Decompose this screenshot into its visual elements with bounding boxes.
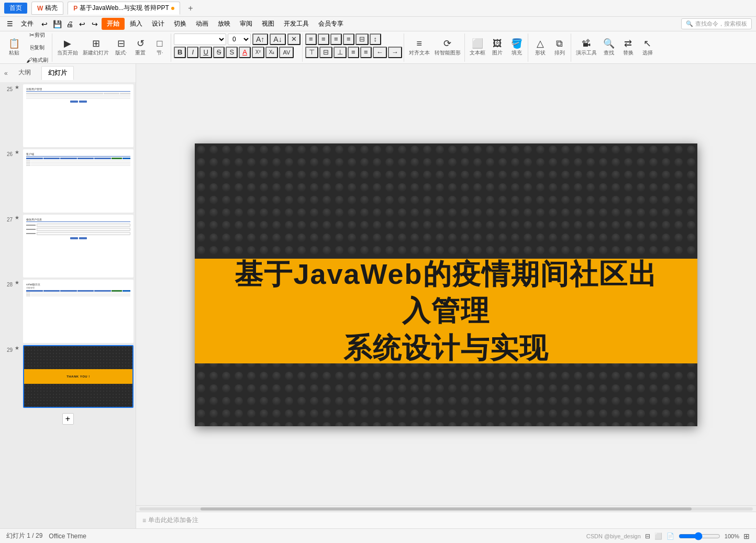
undo2-icon[interactable]: ↩ (77, 19, 87, 29)
print-icon[interactable]: 🖨 (65, 19, 74, 29)
slide-thumb-29[interactable]: THANK YOU ! (23, 345, 134, 408)
slide-canvas[interactable]: 基于JavaWeb的疫情期间社区出入管理系统设计与实现 (136, 64, 756, 505)
slide-item-25[interactable]: 25 ★ 访客用户管理 (2, 84, 134, 147)
layout-button[interactable]: ⊟ 版式· (112, 35, 130, 61)
zoom-slider[interactable] (679, 533, 720, 540)
outdent-button[interactable]: ← (373, 47, 387, 58)
arrange-button[interactable]: ⧉ 排列 (550, 35, 569, 61)
slide-item-28[interactable]: 28 ★ vvhat版日主 功能管理 (2, 280, 134, 342)
shape-button[interactable]: △ 形状 (531, 35, 550, 61)
menu-review[interactable]: 审阅 (236, 18, 257, 30)
bullets-button[interactable]: ≡ (348, 47, 359, 58)
slides-tab[interactable]: 幻灯片 (41, 66, 74, 80)
menu-insert[interactable]: 插入 (126, 18, 147, 30)
main-slide[interactable]: 基于JavaWeb的疫情期间社区出入管理系统设计与实现 (195, 143, 697, 426)
slide-thumb-25[interactable]: 访客用户管理 (23, 84, 134, 147)
valign-mid-button[interactable]: ⊟ (319, 47, 332, 58)
collapse-button[interactable]: « (4, 70, 8, 77)
hamburger-icon[interactable]: ☰ (5, 19, 15, 29)
slide-item-29[interactable]: 29 ★ THANK YOU ! (2, 345, 134, 408)
add-tab-button[interactable]: + (184, 2, 197, 15)
search-command[interactable]: 🔍 查找命令，搜索模板 (681, 18, 752, 29)
horizontal-scrollbar[interactable] (136, 505, 756, 512)
current-slide-button[interactable]: ▶ 当页开始 (55, 35, 80, 61)
undo-icon[interactable]: ↩ (40, 19, 49, 29)
notes-placeholder[interactable]: 单击此处添加备注 (148, 516, 198, 525)
shadow-button[interactable]: S (226, 47, 238, 58)
underline-button[interactable]: U (199, 47, 212, 58)
drawing-group: ≡ 对齐文本 ⟳ 转智能图形 (405, 34, 465, 62)
align-right-button[interactable]: ≡ (330, 34, 342, 45)
menu-animation[interactable]: 动画 (192, 18, 213, 30)
menu-view[interactable]: 视图 (258, 18, 279, 30)
notes-icon: ≡ (142, 517, 146, 524)
slide-group: ▶ 当页开始 ⊞ 新建幻灯片 ⊟ 版式· ↺ 重置 □ 节· (53, 34, 171, 62)
picture-button[interactable]: 🖼 图片 (488, 35, 507, 61)
font-size-increase[interactable]: A↑ (252, 34, 268, 45)
menu-begin[interactable]: 开始 (102, 18, 125, 30)
valign-bot-button[interactable]: ⊥ (333, 47, 347, 58)
view-reading-icon[interactable]: 📄 (666, 533, 674, 540)
line-spacing-button[interactable]: ↕ (370, 34, 381, 45)
convert-shape-button[interactable]: ⟳ 转智能图形 (432, 35, 463, 61)
font-color-button[interactable]: A (239, 47, 251, 58)
menu-developer[interactable]: 开发工具 (280, 18, 313, 30)
wps-tab[interactable]: W 稿壳 (31, 2, 63, 15)
font-size-select[interactable]: 0 (228, 34, 251, 45)
slide-thumb-28[interactable]: vvhat版日主 功能管理 (23, 280, 134, 342)
find-button[interactable]: 🔍 查找 (599, 35, 618, 61)
font-family-select[interactable] (174, 34, 226, 45)
slide-star-27: ★ (15, 215, 21, 220)
presentation-button[interactable]: 📽 演示工具 (574, 35, 599, 61)
view-normal-icon[interactable]: ⊟ (645, 533, 650, 540)
italic-button[interactable]: I (187, 47, 198, 58)
copy-button[interactable]: ⎘ 复制 (24, 42, 50, 53)
align-center-button[interactable]: ≡ (318, 34, 329, 45)
font-size-decrease[interactable]: A↓ (270, 34, 285, 45)
save-icon[interactable]: 💾 (52, 19, 62, 29)
fill-button[interactable]: 🪣 填充 (507, 35, 526, 61)
select-button[interactable]: ↖ 选择 (638, 35, 657, 61)
outline-tab[interactable]: 大纲 (12, 66, 37, 80)
menu-transition[interactable]: 切换 (170, 18, 191, 30)
replace-button[interactable]: ⇄ 替换 (619, 35, 638, 61)
col-button[interactable]: ⊟ (355, 34, 369, 45)
notes-bar[interactable]: ≡ 单击此处添加备注 (136, 512, 756, 528)
numbering-button[interactable]: ≡ (360, 47, 372, 58)
clear-format[interactable]: ✕ (287, 34, 301, 45)
text-box-button[interactable]: ⬜ 文本框 (468, 35, 487, 61)
paste-button[interactable]: 📋 粘贴 (5, 35, 24, 61)
slide-thumb-27[interactable]: 修改用户信息 (23, 215, 134, 278)
menu-slideshow[interactable]: 放映 (214, 18, 235, 30)
menu-design[interactable]: 设计 (148, 18, 169, 30)
section-button[interactable]: □ 节· (150, 35, 169, 61)
fit-page-icon[interactable]: ⊞ (743, 532, 750, 540)
add-slide-button[interactable]: + (62, 413, 74, 425)
bold-button[interactable]: B (174, 47, 186, 58)
view-slide-icon[interactable]: ⬜ (654, 533, 662, 540)
format-painter-button[interactable]: 🖌 格式刷 (24, 54, 50, 64)
ppt-tab[interactable]: P 基于JavaWeb...与实现 答辩PPT (68, 2, 180, 15)
replace-icon: ⇄ (624, 39, 632, 48)
indent-button[interactable]: → (388, 47, 402, 58)
slide-item-26[interactable]: 26 ★ 客户端 (2, 149, 134, 212)
superscript-button[interactable]: X² (252, 47, 264, 58)
ppt-tab-label: 基于JavaWeb...与实现 答辩PPT (80, 4, 169, 13)
subscript-button[interactable]: X₂ (265, 47, 279, 58)
menu-vip[interactable]: 会员专享 (314, 18, 348, 30)
align-text-button[interactable]: ≡ 对齐文本 (407, 35, 432, 61)
home-tab[interactable]: 首页 (4, 3, 27, 14)
reset-button[interactable]: ↺ 重置 (131, 35, 150, 61)
slide-thumb-26[interactable]: 客户端 (23, 149, 134, 212)
valign-top-button[interactable]: ⊤ (305, 47, 318, 58)
menu-file[interactable]: 文件 (17, 18, 38, 30)
redo-icon[interactable]: ↪ (90, 19, 99, 29)
align-left-button[interactable]: ≡ (305, 34, 317, 45)
strikethrough-button[interactable]: S (213, 47, 225, 58)
char-spacing-button[interactable]: AV (279, 47, 294, 58)
slide-item-27[interactable]: 27 ★ 修改用户信息 (2, 215, 134, 278)
convert-icon: ⟳ (443, 39, 451, 48)
justify-button[interactable]: ≡ (343, 34, 354, 45)
cut-button[interactable]: ✂ 剪切 (24, 31, 50, 41)
new-slide-button[interactable]: ⊞ 新建幻灯片 (81, 35, 111, 61)
